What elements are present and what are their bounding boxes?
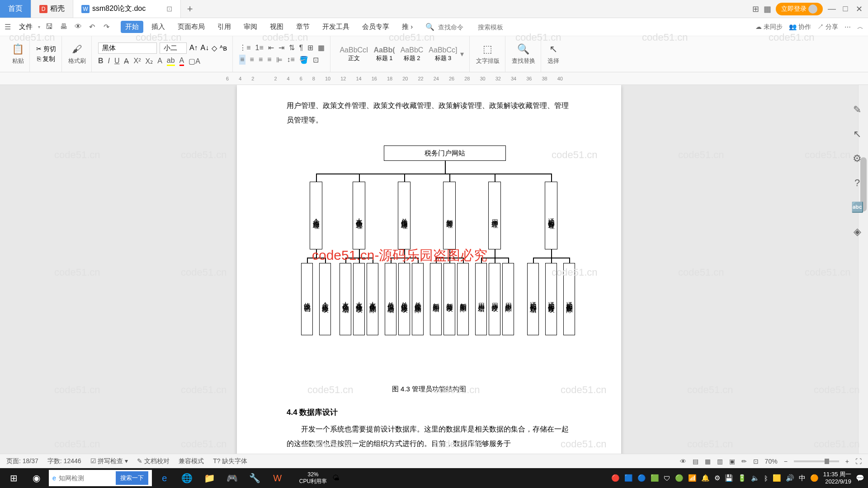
start-button[interactable]: ⊞: [4, 469, 24, 487]
format-painter-icon[interactable]: 🖌: [72, 43, 82, 55]
search-input[interactable]: [59, 474, 113, 482]
cursor-tool-icon[interactable]: ↖: [853, 128, 861, 140]
help-tool-icon[interactable]: ?: [854, 177, 860, 189]
style-h1[interactable]: AaBb(标题 1: [371, 45, 398, 63]
select-icon[interactable]: ↖: [549, 43, 557, 55]
italic-button[interactable]: I: [108, 57, 109, 65]
share-button[interactable]: ↗ 分享: [817, 23, 838, 31]
view-read-icon[interactable]: ▣: [729, 458, 735, 465]
clock[interactable]: 11:35 周一2022/9/19: [823, 471, 851, 485]
indent-inc-icon[interactable]: ⇥: [278, 43, 284, 52]
apps-icon[interactable]: ▦: [764, 4, 771, 14]
cpu-widget[interactable]: 32%CPU利用率: [299, 471, 327, 485]
bullet-list-icon[interactable]: ⋮≡: [239, 43, 250, 52]
style-h3[interactable]: AaBbCc]标题 3: [426, 45, 460, 63]
view-web-icon[interactable]: ▥: [717, 458, 723, 465]
grid-icon[interactable]: ⊞: [752, 4, 759, 14]
tray-icon[interactable]: 🟢: [675, 474, 684, 482]
view-page-icon[interactable]: ▤: [693, 458, 698, 465]
align-left-icon[interactable]: ≡: [239, 55, 245, 65]
indent-dec-icon[interactable]: ⇤: [268, 43, 274, 52]
style-more-icon[interactable]: ▾: [460, 50, 464, 58]
tray-icon[interactable]: 🔈: [751, 474, 760, 482]
page-indicator[interactable]: 页面: 18/37: [6, 457, 38, 465]
location-tool-icon[interactable]: ◈: [854, 226, 861, 238]
action-center-icon[interactable]: 💬: [856, 474, 864, 482]
preview-icon[interactable]: 👁: [75, 23, 84, 32]
find-icon[interactable]: 🔍: [517, 43, 529, 55]
copy-button[interactable]: ⎘ 复制: [37, 55, 55, 63]
command-search[interactable]: [438, 23, 474, 31]
char-border-icon[interactable]: ▢A: [189, 57, 200, 66]
translate-tool-icon[interactable]: 🔤: [851, 202, 863, 213]
missing-font[interactable]: T? 缺失字体: [213, 457, 247, 465]
menu-vip[interactable]: 会员专享: [358, 21, 394, 33]
wifi-icon[interactable]: 📶: [688, 474, 697, 482]
align-justify-icon[interactable]: ≡: [267, 56, 271, 64]
zoom-slider[interactable]: [794, 460, 839, 462]
shrink-font-icon[interactable]: A↓: [201, 44, 209, 52]
bluetooth-icon[interactable]: ᛒ: [764, 474, 768, 482]
zoom-in[interactable]: +: [845, 458, 849, 465]
menu-more[interactable]: 推 ›: [397, 21, 417, 33]
style-normal[interactable]: AaBbCcI正文: [337, 45, 371, 63]
tray-icon[interactable]: 🟦: [624, 474, 633, 482]
bold-button[interactable]: B: [98, 57, 104, 65]
shading-icon[interactable]: ▦: [318, 43, 325, 52]
border-icon[interactable]: ⊞: [307, 43, 313, 52]
paste-icon[interactable]: 📋: [12, 43, 24, 55]
sync-status[interactable]: ☁ 未同步: [755, 23, 783, 31]
tray-icon[interactable]: 🟠: [810, 474, 819, 482]
cut-button[interactable]: ✂ 剪切: [36, 45, 56, 53]
copilot-icon[interactable]: ◉: [26, 469, 46, 487]
collapse-ribbon-icon[interactable]: ︿: [857, 23, 863, 31]
sort-icon[interactable]: ⇅: [289, 43, 295, 52]
menu-reference[interactable]: 引用: [213, 21, 236, 33]
login-button[interactable]: 立即登录: [776, 3, 823, 15]
undo-icon[interactable]: ↶: [89, 23, 98, 32]
more-icon[interactable]: ⋯: [844, 23, 851, 31]
tab-docke[interactable]: D稻壳: [31, 0, 73, 18]
app-wps-icon[interactable]: W: [268, 469, 288, 487]
minimize-button[interactable]: —: [827, 5, 836, 14]
search-button[interactable]: 搜索一下: [116, 471, 148, 485]
fullscreen-icon[interactable]: ⛶: [855, 458, 862, 465]
menu-layout[interactable]: 页面布局: [173, 21, 209, 33]
tab-pin-icon[interactable]: ⊡: [166, 5, 172, 13]
text-layout-icon[interactable]: ⬚: [483, 43, 492, 55]
redo-icon[interactable]: ↷: [104, 23, 113, 32]
tray-icon[interactable]: 💾: [725, 474, 733, 482]
superscript-button[interactable]: X²: [133, 57, 141, 65]
borders-icon[interactable]: ⊡: [313, 56, 319, 64]
line-spacing-icon[interactable]: ↕≡: [287, 56, 295, 64]
ruler[interactable]: 642246810121416182022242628303234363840: [0, 72, 868, 85]
view-outline-icon[interactable]: ▦: [705, 458, 711, 465]
tray-icon[interactable]: 🔵: [637, 474, 646, 482]
app-edge-icon[interactable]: 🌐: [177, 469, 197, 487]
font-color-icon[interactable]: A: [179, 56, 184, 66]
tab-add[interactable]: +: [181, 0, 199, 18]
tab-home[interactable]: 首页: [0, 0, 31, 18]
ime-icon[interactable]: 中: [799, 474, 806, 483]
size-select[interactable]: 小二: [160, 42, 187, 54]
para-mark-icon[interactable]: ¶: [299, 44, 303, 52]
maximize-button[interactable]: □: [841, 5, 850, 14]
distribute-icon[interactable]: ⊫: [276, 56, 283, 64]
clear-format-icon[interactable]: ◇: [212, 44, 217, 52]
tray-icon[interactable]: 🔴: [611, 474, 620, 482]
align-right-icon[interactable]: ≡: [259, 56, 263, 64]
save-icon[interactable]: 🖫: [46, 23, 55, 32]
menu-devtools[interactable]: 开发工具: [318, 21, 354, 33]
subscript-button[interactable]: X₂: [145, 57, 153, 66]
tray-icon[interactable]: 🟩: [651, 474, 659, 482]
menu-start[interactable]: 开始: [121, 21, 143, 33]
menu-view[interactable]: 视图: [265, 21, 288, 33]
highlight-icon[interactable]: ab: [167, 56, 175, 66]
underline-button[interactable]: U: [114, 57, 120, 65]
font-select[interactable]: 黑体: [98, 42, 157, 54]
weather-icon[interactable]: 🌤: [332, 474, 340, 482]
app-game-icon[interactable]: 🎮: [222, 469, 242, 487]
edit-icon[interactable]: ✏: [741, 458, 747, 465]
app-ie-icon[interactable]: e: [155, 469, 175, 487]
notif-icon[interactable]: 🔔: [701, 474, 710, 482]
